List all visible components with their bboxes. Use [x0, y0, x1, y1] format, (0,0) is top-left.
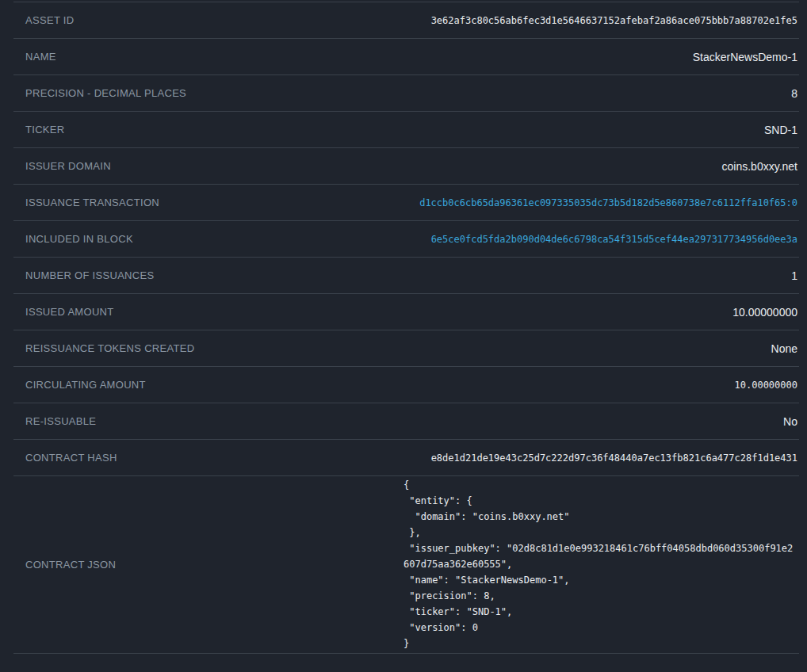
reissuable-value: No	[783, 415, 797, 428]
row-circulating-amount: CIRCULATING AMOUNT 10.00000000	[13, 367, 799, 403]
ticker-value: SND-1	[764, 124, 797, 136]
included-in-block-link[interactable]: 6e5ce0fcd5fda2b090d04de6c6798ca54f315d5c…	[431, 234, 797, 245]
row-precision: PRECISION - DECIMAL PLACES 8	[13, 75, 799, 112]
asset-id-value: 3e62af3c80c56ab6fec3d1e5646637152afebaf2…	[431, 15, 797, 26]
issuance-transaction-link[interactable]: d1ccb0c6cb65da96361ec097335035dc73b5d182…	[419, 197, 797, 208]
included-in-block-label: INCLUDED IN BLOCK	[25, 233, 133, 245]
row-reissuance-tokens: REISSUANCE TOKENS CREATED None	[13, 330, 799, 367]
row-included-in-block: INCLUDED IN BLOCK 6e5ce0fcd5fda2b090d04d…	[13, 221, 799, 258]
circulating-amount-label: CIRCULATING AMOUNT	[25, 379, 146, 391]
precision-label: PRECISION - DECIMAL PLACES	[25, 87, 186, 99]
row-asset-id: ASSET ID 3e62af3c80c56ab6fec3d1e56466371…	[13, 2, 799, 39]
issuance-transaction-label: ISSUANCE TRANSACTION	[25, 197, 159, 208]
number-of-issuances-value: 1	[791, 269, 797, 282]
row-issued-amount: ISSUED AMOUNT 10.00000000	[13, 294, 799, 330]
issued-amount-value: 10.00000000	[732, 306, 797, 319]
name-label: NAME	[25, 51, 56, 63]
contract-hash-value: e8de1d21de19e43c25d7c222d97c36f48440a7ec…	[431, 452, 797, 464]
issued-amount-label: ISSUED AMOUNT	[25, 306, 114, 318]
row-reissuable: RE-ISSUABLE No	[13, 403, 799, 440]
asset-details-table: ASSET ID 3e62af3c80c56ab6fec3d1e56466371…	[13, 0, 799, 654]
issuer-domain-value: coins.b0xxy.net	[722, 160, 797, 173]
name-value: StackerNewsDemo-1	[693, 51, 797, 63]
row-contract-hash: CONTRACT HASH e8de1d21de19e43c25d7c222d9…	[13, 440, 799, 476]
row-contract-json: CONTRACT JSON { "entity": { "domain": "c…	[13, 476, 799, 654]
contract-hash-label: CONTRACT HASH	[25, 452, 117, 464]
issuer-domain-label: ISSUER DOMAIN	[25, 160, 111, 172]
row-issuance-transaction: ISSUANCE TRANSACTION d1ccb0c6cb65da96361…	[13, 185, 799, 221]
number-of-issuances-label: NUMBER OF ISSUANCES	[25, 269, 154, 281]
ticker-label: TICKER	[25, 124, 64, 136]
reissuance-tokens-value: None	[771, 342, 797, 355]
precision-value: 8	[791, 87, 797, 100]
row-ticker: TICKER SND-1	[13, 112, 799, 148]
circulating-amount-value: 10.00000000	[735, 380, 797, 391]
row-number-of-issuances: NUMBER OF ISSUANCES 1	[13, 258, 799, 294]
reissuance-tokens-label: REISSUANCE TOKENS CREATED	[25, 342, 194, 354]
row-issuer-domain: ISSUER DOMAIN coins.b0xxy.net	[13, 148, 799, 185]
asset-id-label: ASSET ID	[25, 14, 74, 26]
contract-json-value: { "entity": { "domain": "coins.b0xxy.net…	[404, 477, 797, 651]
reissuable-label: RE-ISSUABLE	[25, 415, 96, 427]
row-name: NAME StackerNewsDemo-1	[13, 39, 799, 75]
contract-json-label: CONTRACT JSON	[25, 559, 116, 571]
